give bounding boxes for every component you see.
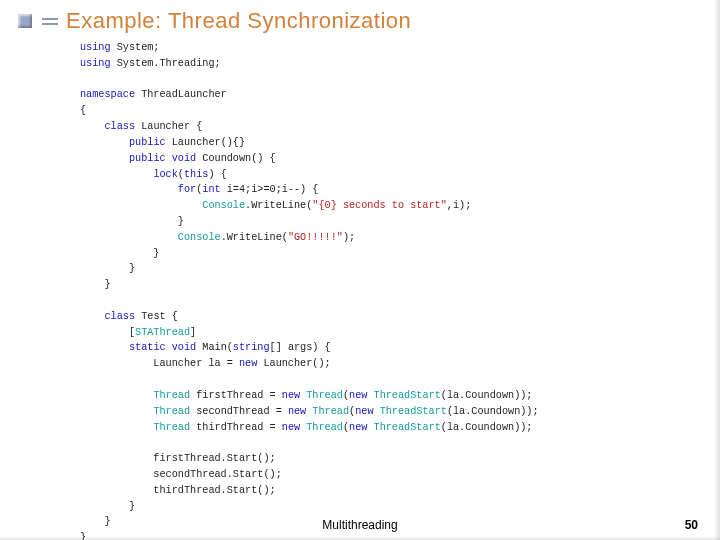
code-span: }: [80, 279, 111, 290]
code-span: [80, 422, 153, 433]
code-span: static void: [129, 342, 196, 353]
code-span: Test {: [135, 311, 178, 322]
code-span: Launcher();: [257, 358, 330, 369]
shadow-decoration: [0, 536, 720, 540]
code-span: new: [239, 358, 257, 369]
code-span: [80, 406, 153, 417]
code-span: {: [80, 105, 86, 116]
code-span: this: [184, 169, 208, 180]
code-span: [80, 232, 178, 243]
code-span: STAThread: [135, 327, 190, 338]
footer-text: Multithreading: [0, 518, 720, 532]
code-span: [80, 184, 178, 195]
code-span: new: [349, 390, 367, 401]
code-span: [80, 137, 129, 148]
code-span: namespace: [80, 89, 135, 100]
shadow-decoration: [714, 0, 720, 540]
code-span: System.Threading;: [111, 58, 221, 69]
code-span: lock: [153, 169, 177, 180]
code-span: class: [104, 121, 135, 132]
code-span: using: [80, 58, 111, 69]
code-span: firstThread =: [190, 390, 282, 401]
code-span: new: [282, 422, 300, 433]
bullet-icon: [18, 14, 32, 28]
code-span: Thread: [306, 422, 343, 433]
code-span: (la.Coundown));: [441, 422, 533, 433]
code-span: .WriteLine(: [245, 200, 312, 211]
code-span: [80, 153, 129, 164]
code-span: i=4;i>=0;i--) {: [221, 184, 319, 195]
code-span: Thread: [153, 406, 190, 417]
code-span: "{0} seconds to start": [312, 200, 447, 211]
code-span: ,i);: [447, 200, 471, 211]
code-span: new: [349, 422, 367, 433]
code-span: secondThread.Start();: [80, 469, 282, 480]
code-span: Thread: [153, 390, 190, 401]
code-span: [80, 342, 129, 353]
code-span: [80, 390, 153, 401]
code-span: Launcher {: [135, 121, 202, 132]
code-span: }: [80, 263, 135, 274]
code-span: public void: [129, 153, 196, 164]
divider-icon: [42, 18, 58, 25]
code-span: Main(: [196, 342, 233, 353]
code-span: Thread: [306, 390, 343, 401]
code-span: int: [202, 184, 220, 195]
slide-title: Example: Thread Synchronization: [66, 8, 411, 34]
code-span: ThreadStart: [380, 406, 447, 417]
code-span: string: [233, 342, 270, 353]
code-span: using: [80, 42, 111, 53]
code-span: firstThread.Start();: [80, 453, 276, 464]
code-span: Coundown() {: [196, 153, 275, 164]
code-span: System;: [111, 42, 160, 53]
code-span: new: [282, 390, 300, 401]
code-span: Thread: [312, 406, 349, 417]
code-span: [] args) {: [270, 342, 331, 353]
code-span: (la.Coundown));: [441, 390, 533, 401]
code-span: Thread: [153, 422, 190, 433]
code-span: Launcher(){}: [166, 137, 245, 148]
code-span: thirdThread.Start();: [80, 485, 276, 496]
code-block: using System; using System.Threading; na…: [80, 40, 539, 540]
code-span: Launcher la =: [80, 358, 239, 369]
code-span: Console: [178, 232, 221, 243]
code-span: }: [80, 216, 184, 227]
code-span: thirdThread =: [190, 422, 282, 433]
code-span: (la.Coundown));: [447, 406, 539, 417]
code-span: class: [104, 311, 135, 322]
page-number: 50: [685, 518, 698, 532]
code-span: ]: [190, 327, 196, 338]
code-span: for: [178, 184, 196, 195]
code-span: Console: [202, 200, 245, 211]
code-span: ThreadLauncher: [135, 89, 227, 100]
code-span: }: [80, 248, 159, 259]
title-bar: Example: Thread Synchronization: [18, 8, 720, 34]
code-span: .WriteLine(: [221, 232, 288, 243]
code-span: [80, 121, 104, 132]
code-span: [80, 200, 202, 211]
code-span: new: [355, 406, 373, 417]
code-span: ThreadStart: [374, 390, 441, 401]
code-span: ThreadStart: [374, 422, 441, 433]
code-span: new: [288, 406, 306, 417]
code-span: secondThread =: [190, 406, 288, 417]
code-span: }: [80, 501, 135, 512]
code-span: public: [129, 137, 166, 148]
code-span: ) {: [208, 169, 226, 180]
code-span: [: [80, 327, 135, 338]
slide: Example: Thread Synchronization using Sy…: [0, 0, 720, 540]
code-span: );: [343, 232, 355, 243]
code-span: "GO!!!!!": [288, 232, 343, 243]
code-span: [80, 311, 104, 322]
code-span: [80, 169, 153, 180]
